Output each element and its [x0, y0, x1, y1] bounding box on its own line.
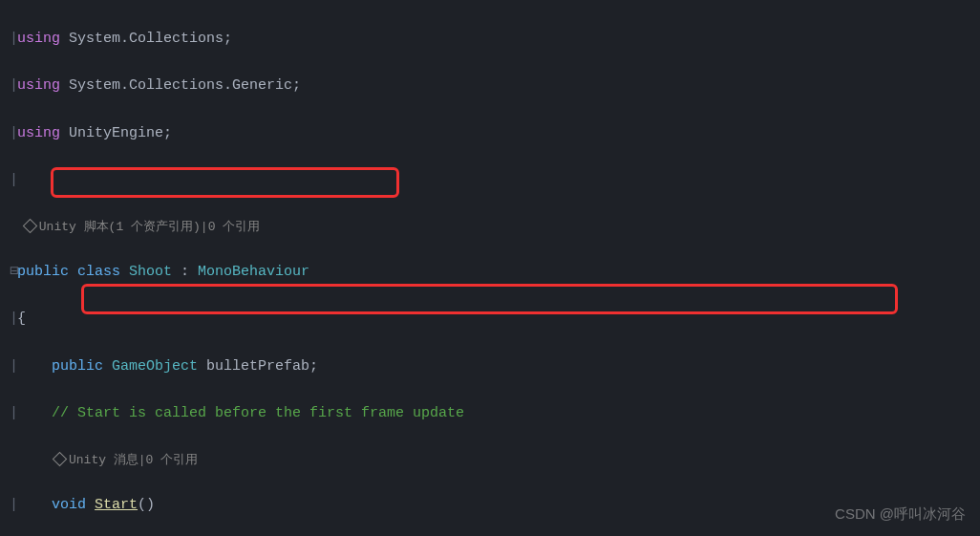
- keyword-void: void: [52, 497, 86, 513]
- brace: {: [17, 311, 26, 327]
- codelens-text: Unity 脚本(1 个资产引用)|0 个引用: [39, 220, 260, 234]
- code-line[interactable]: | // Start is called before the first fr…: [0, 402, 980, 426]
- unity-icon: [53, 452, 68, 467]
- class-name: Shoot: [129, 264, 172, 280]
- keyword-public: public: [17, 264, 69, 280]
- namespace: System.Collections;: [60, 31, 232, 47]
- keyword-public: public: [52, 358, 103, 375]
- watermark: CSDN @呼叫冰河谷: [835, 503, 966, 526]
- colon: :: [172, 264, 198, 280]
- method-name: Start: [95, 497, 138, 513]
- blank-line[interactable]: |: [0, 169, 980, 193]
- code-line[interactable]: |using System.Collections;: [0, 28, 980, 52]
- keyword-using: using: [17, 31, 60, 47]
- parens: (): [138, 497, 155, 513]
- unity-icon: [23, 219, 38, 234]
- codelens-text: Unity 消息|0 个引用: [69, 453, 198, 467]
- namespace: UnityEngine;: [60, 125, 172, 141]
- keyword-using: using: [17, 77, 60, 94]
- base-class: MonoBehaviour: [198, 264, 309, 280]
- field-name: bulletPrefab;: [198, 358, 318, 375]
- code-line[interactable]: |using System.Collections.Generic;: [0, 75, 980, 98]
- keyword-using: using: [17, 125, 60, 141]
- comment: // Start is called before the first fram…: [52, 405, 464, 421]
- code-line[interactable]: |using UnityEngine;: [0, 122, 980, 146]
- codelens[interactable]: Unity 脚本(1 个资产引用)|0 个引用: [0, 217, 980, 237]
- code-line[interactable]: | public GameObject bulletPrefab;: [0, 355, 980, 379]
- code-line[interactable]: |{: [0, 308, 980, 332]
- code-line[interactable]: | void Start(): [0, 494, 980, 518]
- keyword-class: class: [77, 264, 120, 280]
- namespace: System.Collections.Generic;: [60, 77, 301, 94]
- type: GameObject: [112, 358, 198, 375]
- code-line[interactable]: ⊟public class Shoot : MonoBehaviour: [0, 261, 980, 285]
- code-editor[interactable]: |using System.Collections; |using System…: [0, 0, 980, 536]
- codelens[interactable]: Unity 消息|0 个引用: [0, 450, 980, 470]
